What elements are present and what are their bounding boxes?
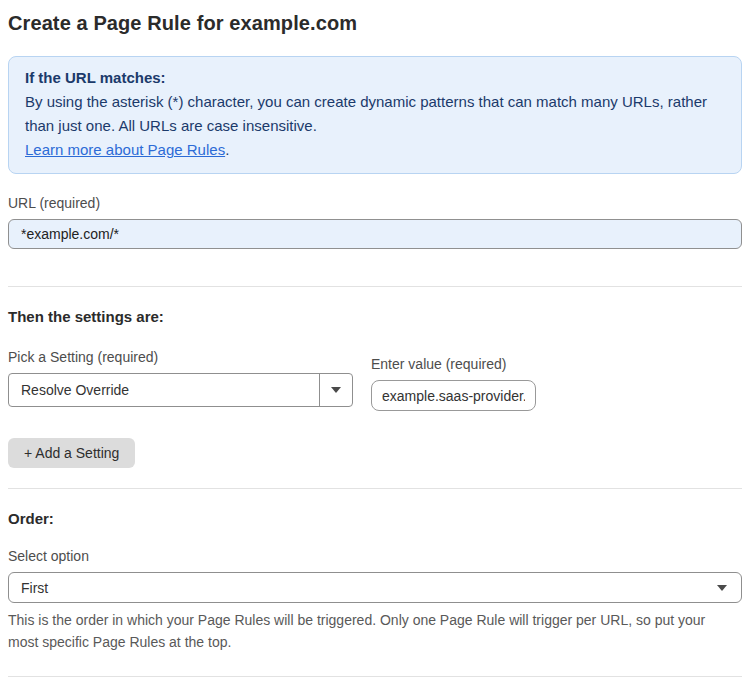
learn-more-link[interactable]: Learn more about Page Rules	[25, 141, 225, 158]
chevron-down-icon	[331, 387, 341, 393]
chevron-down-icon	[717, 585, 727, 591]
url-match-info-box: If the URL matches: By using the asteris…	[8, 56, 742, 174]
setting-picker-selected-value: Resolve Override	[9, 374, 319, 406]
setting-picker-select[interactable]: Resolve Override	[8, 373, 353, 407]
divider	[8, 676, 742, 677]
setting-value-label: Enter value (required)	[371, 356, 536, 372]
setting-value-input[interactable]	[371, 380, 536, 411]
settings-section-heading: Then the settings are:	[8, 308, 742, 325]
page-rule-form: Create a Page Rule for example.com If th…	[0, 0, 750, 691]
setting-picker-arrow-button[interactable]	[319, 374, 352, 406]
url-input[interactable]	[8, 219, 742, 249]
order-select[interactable]: First	[8, 572, 742, 603]
page-title: Create a Page Rule for example.com	[8, 12, 742, 35]
divider	[8, 488, 742, 489]
divider	[8, 286, 742, 287]
order-selected-value: First	[21, 580, 48, 596]
info-box-heading: If the URL matches:	[25, 66, 725, 90]
add-setting-button[interactable]: + Add a Setting	[8, 438, 135, 468]
info-box-link-line: Learn more about Page Rules.	[25, 138, 725, 162]
setting-picker-column: Pick a Setting (required) Resolve Overri…	[8, 328, 353, 411]
setting-picker-label: Pick a Setting (required)	[8, 349, 353, 365]
settings-row: Pick a Setting (required) Resolve Overri…	[8, 328, 742, 411]
link-suffix: .	[225, 141, 229, 158]
info-box-body: By using the asterisk (*) character, you…	[25, 90, 725, 138]
order-section-heading: Order:	[8, 510, 742, 527]
url-field-label: URL (required)	[8, 195, 742, 211]
order-select-label: Select option	[8, 548, 742, 564]
setting-value-column: Enter value (required)	[371, 335, 536, 411]
order-help-text: This is the order in which your Page Rul…	[8, 609, 730, 653]
